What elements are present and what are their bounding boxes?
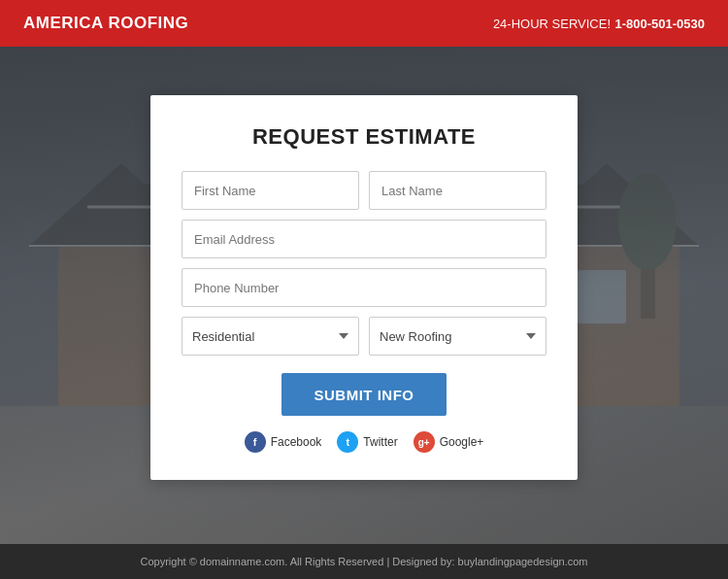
- email-input[interactable]: [182, 220, 546, 258]
- first-name-input[interactable]: [182, 171, 359, 210]
- phone-number[interactable]: 1-800-501-0530: [614, 17, 705, 31]
- phone-row: [182, 268, 546, 307]
- email-field: [182, 220, 546, 258]
- google-label: Google+: [440, 435, 484, 449]
- twitter-icon: t: [337, 431, 358, 453]
- facebook-label: Facebook: [271, 435, 322, 449]
- first-name-field: [182, 171, 359, 210]
- company-logo: AMERICA ROOFING: [23, 14, 188, 33]
- last-name-input[interactable]: [369, 171, 546, 210]
- property-type-select[interactable]: Residential Commercial: [182, 317, 359, 356]
- form-title: REQUEST ESTIMATE: [182, 124, 546, 150]
- twitter-label: Twitter: [363, 435, 397, 449]
- select-row: Residential Commercial New Roofing Roof …: [182, 317, 546, 356]
- submit-button[interactable]: SUBMIT INFO: [281, 373, 447, 416]
- page-footer: Copyright © domainname.com. All Rights R…: [0, 544, 728, 579]
- phone-field: [182, 268, 546, 307]
- property-type-field: Residential Commercial: [182, 317, 359, 356]
- roofing-type-select[interactable]: New Roofing Roof Repair Roof Replacement: [369, 317, 546, 356]
- name-row: [182, 171, 546, 210]
- social-links: f Facebook t Twitter g+ Google+: [182, 431, 546, 453]
- service-label: 24-HOUR SERVICE!: [493, 17, 611, 31]
- estimate-form-card: REQUEST ESTIMATE Residential Comm: [150, 95, 578, 480]
- page-header: AMERICA ROOFING 24-HOUR SERVICE! 1-800-5…: [0, 0, 728, 47]
- hero-section: REQUEST ESTIMATE Residential Comm: [0, 47, 728, 579]
- google-link[interactable]: g+ Google+: [414, 431, 484, 453]
- roofing-type-field: New Roofing Roof Repair Roof Replacement: [369, 317, 546, 356]
- phone-input[interactable]: [182, 268, 546, 307]
- facebook-link[interactable]: f Facebook: [245, 431, 322, 453]
- google-icon: g+: [414, 431, 435, 453]
- facebook-icon: f: [245, 431, 266, 453]
- email-row: [182, 220, 546, 258]
- header-phone-info: 24-HOUR SERVICE! 1-800-501-0530: [493, 15, 705, 32]
- last-name-field: [369, 171, 546, 210]
- footer-text: Copyright © domainname.com. All Rights R…: [141, 556, 588, 567]
- twitter-link[interactable]: t Twitter: [337, 431, 397, 453]
